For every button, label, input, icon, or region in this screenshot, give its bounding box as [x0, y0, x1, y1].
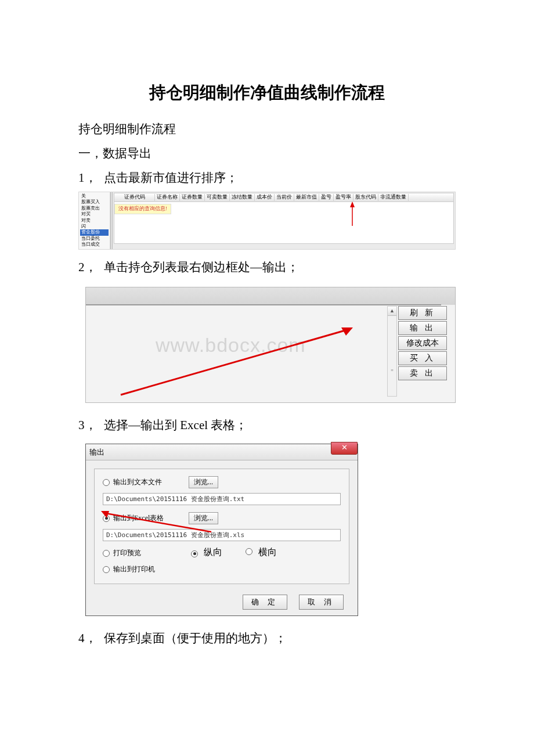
step-4: 4， 保存到桌面（便于使用的地方）； [78, 630, 456, 646]
table-col[interactable]: 盈亏率 [334, 194, 353, 201]
fig1-sidebar: 关 股票买入 股票卖出 对买 对卖 闪 资金股份 当日委托 当日成交 [79, 192, 110, 249]
landscape-label: 横向 [258, 547, 277, 557]
sidebar-item[interactable]: 当日委托 [80, 236, 109, 242]
scrollbar[interactable]: ▲ ≡ [387, 306, 397, 397]
screenshot-table: 关 股票买入 股票卖出 对买 对卖 闪 资金股份 当日委托 当日成交 证券代码 … [78, 192, 456, 250]
table-col[interactable]: 证券名称 [155, 194, 180, 201]
table-col[interactable]: 成本价 [255, 194, 275, 201]
buy-button[interactable]: 买 入 [398, 351, 447, 365]
svg-marker-3 [341, 327, 353, 336]
sidebar-item[interactable]: 闪 [80, 224, 109, 229]
ok-button[interactable]: 确 定 [243, 595, 287, 610]
close-icon: ✕ [341, 443, 348, 452]
table-col[interactable]: 可卖数量 [205, 194, 230, 201]
sidebar-item[interactable]: 当日成交 [80, 242, 109, 247]
orient-portrait[interactable]: 纵向 [191, 546, 222, 559]
table-col[interactable]: 股东代码 [353, 194, 378, 201]
output-button[interactable]: 输 出 [398, 321, 447, 335]
subtitle: 持仓明细制作流程 [78, 121, 456, 137]
table-col[interactable]: 当前价 [275, 194, 294, 201]
sidebar-item[interactable]: 关 [80, 193, 109, 199]
cancel-button[interactable]: 取 消 [299, 595, 344, 610]
scroll-handle[interactable]: ≡ [389, 368, 395, 373]
page-title: 持仓明细制作净值曲线制作流程 [78, 81, 456, 105]
table-col[interactable]: 证券代码 [114, 194, 155, 201]
watermark: www.bdocx.com [156, 334, 306, 357]
xls-path: D:\Documents\20151116 资金股份查询.xls [103, 529, 341, 541]
sidebar-item[interactable]: 股票买入 [80, 199, 109, 205]
radio-printer-label: 输出到打印机 [113, 564, 189, 574]
radio-xls[interactable] [103, 515, 110, 522]
table-col[interactable]: 非流通数量 [378, 194, 409, 201]
fig1-main: 证券代码 证券名称 证券数量 可卖数量 冻结数量 成本价 当前价 最新市值 盈亏… [113, 192, 455, 249]
step-3: 3， 选择—输出到 Excel 表格； [78, 417, 456, 433]
sidebar-item[interactable]: 对卖 [80, 218, 109, 224]
radio-txt-label: 输出到文本文件 [113, 477, 189, 487]
step-1-num: 1， [78, 170, 104, 186]
modify-cost-button[interactable]: 修改成本 [398, 336, 447, 350]
radio-printer[interactable] [103, 566, 110, 573]
refresh-button[interactable]: 刷 新 [398, 306, 447, 320]
table-col[interactable]: 冻结数量 [230, 194, 255, 201]
step-3-text: 选择—输出到 Excel 表格； [104, 417, 456, 433]
radio-landscape[interactable] [246, 548, 252, 555]
sidebar-item-selected[interactable]: 资金股份 [80, 229, 109, 235]
fig2-divider [86, 304, 441, 305]
section-heading-1: 一，数据导出 [78, 145, 456, 161]
txt-path: D:\Documents\20151116 资金股份查询.txt [103, 493, 341, 505]
screenshot-output-buttons: ▲ ≡ 刷 新 输 出 修改成本 买 入 卖 出 www.bdocx.com [85, 287, 456, 403]
dialog-titlebar: 输出 ✕ [86, 444, 358, 460]
orient-landscape[interactable]: 横向 [246, 546, 277, 559]
fig2-buttons: 刷 新 输 出 修改成本 买 入 卖 出 [398, 306, 447, 381]
step-2-text: 单击持仓列表最右侧边框处—输出； [104, 259, 456, 275]
table-col[interactable]: 证券数量 [180, 194, 205, 201]
dialog-title: 输出 [89, 447, 104, 458]
radio-preview-label: 打印预览 [113, 548, 189, 558]
sidebar-item[interactable]: 股票卖出 [80, 206, 109, 211]
radio-xls-label: 输出到Excel表格 [113, 513, 189, 523]
radio-txt[interactable] [103, 479, 110, 486]
step-2-num: 2， [78, 259, 104, 275]
browse-xls-button[interactable]: 浏览... [189, 512, 218, 524]
radio-preview[interactable] [103, 550, 110, 557]
radio-portrait[interactable] [191, 550, 198, 557]
table-col[interactable]: 最新市值 [294, 194, 319, 201]
step-1-text: 点击最新市值进行排序； [104, 170, 456, 186]
screenshot-output-dialog: 输出 ✕ 输出到文本文件 浏览... D:\Documents\20151116… [85, 444, 358, 616]
step-4-text: 保存到桌面（便于使用的地方）； [104, 630, 456, 646]
step-2: 2， 单击持仓列表最右侧边框处—输出； [78, 259, 456, 275]
browse-txt-button[interactable]: 浏览... [189, 476, 218, 488]
portrait-label: 纵向 [204, 547, 222, 557]
empty-message: 没有相应的查询信息! [114, 204, 171, 214]
table-header-row: 证券代码 证券名称 证券数量 可卖数量 冻结数量 成本价 当前价 最新市值 盈亏… [114, 193, 453, 202]
step-1: 1， 点击最新市值进行排序； [78, 170, 456, 186]
scroll-up-icon[interactable]: ▲ [388, 307, 396, 316]
sell-button[interactable]: 卖 出 [398, 366, 447, 380]
close-button[interactable]: ✕ [331, 442, 358, 455]
table-col[interactable]: 盈亏 [319, 194, 334, 201]
step-4-num: 4， [78, 630, 104, 646]
step-3-num: 3， [78, 417, 104, 433]
sidebar-item[interactable]: 对买 [80, 211, 109, 217]
